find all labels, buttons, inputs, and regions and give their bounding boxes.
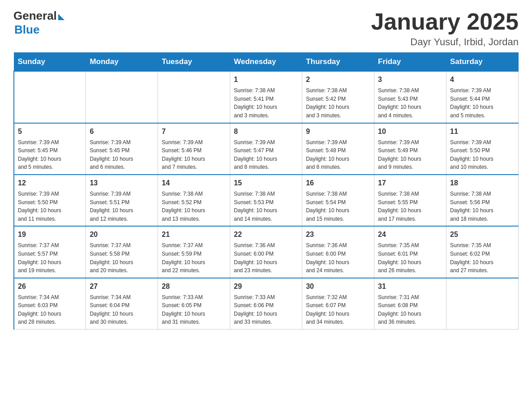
day-info: Sunrise: 7:37 AMSunset: 5:59 PMDaylight:… <box>162 241 226 274</box>
calendar-header-tuesday: Tuesday <box>158 53 230 72</box>
day-info: Sunrise: 7:39 AMSunset: 5:49 PMDaylight:… <box>378 138 442 171</box>
day-info: Sunrise: 7:35 AMSunset: 6:01 PMDaylight:… <box>378 241 442 274</box>
day-info: Sunrise: 7:35 AMSunset: 6:02 PMDaylight:… <box>450 241 515 274</box>
calendar-cell <box>14 71 86 123</box>
day-info: Sunrise: 7:33 AMSunset: 6:06 PMDaylight:… <box>234 293 298 326</box>
day-number: 2 <box>306 74 370 85</box>
day-number: 17 <box>378 178 442 188</box>
logo-general-text: General <box>13 9 57 23</box>
day-info: Sunrise: 7:36 AMSunset: 6:00 PMDaylight:… <box>306 241 370 274</box>
day-number: 22 <box>234 229 298 240</box>
calendar-cell: 22Sunrise: 7:36 AMSunset: 6:00 PMDayligh… <box>230 226 302 278</box>
calendar-cell: 12Sunrise: 7:39 AMSunset: 5:50 PMDayligh… <box>14 175 86 226</box>
calendar-cell: 7Sunrise: 7:39 AMSunset: 5:46 PMDaylight… <box>158 123 230 175</box>
day-number: 15 <box>234 178 298 188</box>
day-info: Sunrise: 7:36 AMSunset: 6:00 PMDaylight:… <box>234 241 298 274</box>
day-number: 21 <box>162 229 226 240</box>
calendar-cell: 5Sunrise: 7:39 AMSunset: 5:45 PMDaylight… <box>14 123 86 175</box>
day-number: 5 <box>18 126 82 137</box>
calendar-cell: 25Sunrise: 7:35 AMSunset: 6:02 PMDayligh… <box>446 226 519 278</box>
calendar-cell: 23Sunrise: 7:36 AMSunset: 6:00 PMDayligh… <box>302 226 374 278</box>
calendar-header-monday: Monday <box>86 53 158 72</box>
logo-blue-text: Blue <box>14 23 39 37</box>
day-number: 31 <box>378 281 442 292</box>
day-info: Sunrise: 7:34 AMSunset: 6:03 PMDaylight:… <box>18 293 82 326</box>
calendar-subtitle: Dayr Yusuf, Irbid, Jordan <box>371 36 519 48</box>
day-number: 30 <box>306 281 370 292</box>
day-number: 10 <box>378 126 442 137</box>
day-info: Sunrise: 7:39 AMSunset: 5:50 PMDaylight:… <box>450 138 515 171</box>
day-info: Sunrise: 7:31 AMSunset: 6:08 PMDaylight:… <box>378 293 442 326</box>
calendar-header-sunday: Sunday <box>14 53 86 72</box>
day-info: Sunrise: 7:39 AMSunset: 5:48 PMDaylight:… <box>306 138 370 171</box>
day-info: Sunrise: 7:39 AMSunset: 5:47 PMDaylight:… <box>234 138 298 171</box>
day-number: 23 <box>306 229 370 240</box>
calendar-cell: 20Sunrise: 7:37 AMSunset: 5:58 PMDayligh… <box>86 226 158 278</box>
day-info: Sunrise: 7:33 AMSunset: 6:05 PMDaylight:… <box>162 293 226 326</box>
calendar-cell: 1Sunrise: 7:38 AMSunset: 5:41 PMDaylight… <box>230 71 302 123</box>
page-header: General Blue January 2025 Dayr Yusuf, Ir… <box>13 9 519 48</box>
day-number: 1 <box>234 74 298 85</box>
calendar-cell: 2Sunrise: 7:38 AMSunset: 5:42 PMDaylight… <box>302 71 374 123</box>
calendar-cell: 21Sunrise: 7:37 AMSunset: 5:59 PMDayligh… <box>158 226 230 278</box>
day-info: Sunrise: 7:39 AMSunset: 5:46 PMDaylight:… <box>162 138 226 171</box>
calendar-cell: 14Sunrise: 7:38 AMSunset: 5:52 PMDayligh… <box>158 175 230 226</box>
day-info: Sunrise: 7:37 AMSunset: 5:57 PMDaylight:… <box>18 241 82 274</box>
day-info: Sunrise: 7:38 AMSunset: 5:54 PMDaylight:… <box>306 190 370 223</box>
calendar-week-row: 26Sunrise: 7:34 AMSunset: 6:03 PMDayligh… <box>14 278 519 330</box>
calendar-cell: 27Sunrise: 7:34 AMSunset: 6:04 PMDayligh… <box>86 278 158 330</box>
day-number: 9 <box>306 126 370 137</box>
day-number: 4 <box>450 74 515 85</box>
calendar-cell <box>446 278 519 330</box>
calendar-cell: 13Sunrise: 7:39 AMSunset: 5:51 PMDayligh… <box>86 175 158 226</box>
calendar-week-row: 5Sunrise: 7:39 AMSunset: 5:45 PMDaylight… <box>14 123 519 175</box>
day-info: Sunrise: 7:37 AMSunset: 5:58 PMDaylight:… <box>90 241 154 274</box>
day-info: Sunrise: 7:39 AMSunset: 5:45 PMDaylight:… <box>90 138 154 171</box>
day-number: 18 <box>450 178 515 188</box>
calendar-header-row: SundayMondayTuesdayWednesdayThursdayFrid… <box>14 53 519 72</box>
day-number: 14 <box>162 178 226 188</box>
day-info: Sunrise: 7:39 AMSunset: 5:44 PMDaylight:… <box>450 86 515 120</box>
day-number: 26 <box>18 281 82 292</box>
calendar-cell: 8Sunrise: 7:39 AMSunset: 5:47 PMDaylight… <box>230 123 302 175</box>
day-number: 6 <box>90 126 154 137</box>
calendar-cell: 28Sunrise: 7:33 AMSunset: 6:05 PMDayligh… <box>158 278 230 330</box>
day-number: 20 <box>90 229 154 240</box>
day-info: Sunrise: 7:38 AMSunset: 5:43 PMDaylight:… <box>378 86 442 120</box>
day-number: 16 <box>306 178 370 188</box>
day-number: 11 <box>450 126 515 137</box>
calendar-cell: 4Sunrise: 7:39 AMSunset: 5:44 PMDaylight… <box>446 71 519 123</box>
calendar-cell: 24Sunrise: 7:35 AMSunset: 6:01 PMDayligh… <box>374 226 446 278</box>
calendar-cell: 26Sunrise: 7:34 AMSunset: 6:03 PMDayligh… <box>14 278 86 330</box>
calendar-cell: 17Sunrise: 7:38 AMSunset: 5:55 PMDayligh… <box>374 175 446 226</box>
logo-triangle-icon <box>58 14 64 20</box>
calendar-header-thursday: Thursday <box>302 53 374 72</box>
day-number: 25 <box>450 229 515 240</box>
calendar-cell: 19Sunrise: 7:37 AMSunset: 5:57 PMDayligh… <box>14 226 86 278</box>
calendar-header-wednesday: Wednesday <box>230 53 302 72</box>
calendar-cell: 6Sunrise: 7:39 AMSunset: 5:45 PMDaylight… <box>86 123 158 175</box>
logo: General Blue <box>13 9 64 37</box>
calendar-cell: 10Sunrise: 7:39 AMSunset: 5:49 PMDayligh… <box>374 123 446 175</box>
day-info: Sunrise: 7:38 AMSunset: 5:52 PMDaylight:… <box>162 190 226 223</box>
day-info: Sunrise: 7:34 AMSunset: 6:04 PMDaylight:… <box>90 293 154 326</box>
calendar-header-saturday: Saturday <box>446 53 519 72</box>
calendar-cell: 31Sunrise: 7:31 AMSunset: 6:08 PMDayligh… <box>374 278 446 330</box>
calendar-cell: 16Sunrise: 7:38 AMSunset: 5:54 PMDayligh… <box>302 175 374 226</box>
day-info: Sunrise: 7:39 AMSunset: 5:51 PMDaylight:… <box>90 190 154 223</box>
calendar-table: SundayMondayTuesdayWednesdayThursdayFrid… <box>13 52 519 330</box>
calendar-header-friday: Friday <box>374 53 446 72</box>
calendar-cell: 29Sunrise: 7:33 AMSunset: 6:06 PMDayligh… <box>230 278 302 330</box>
calendar-cell: 9Sunrise: 7:39 AMSunset: 5:48 PMDaylight… <box>302 123 374 175</box>
day-info: Sunrise: 7:32 AMSunset: 6:07 PMDaylight:… <box>306 293 370 326</box>
day-number: 27 <box>90 281 154 292</box>
day-info: Sunrise: 7:39 AMSunset: 5:50 PMDaylight:… <box>18 190 82 223</box>
day-info: Sunrise: 7:38 AMSunset: 5:53 PMDaylight:… <box>234 190 298 223</box>
calendar-cell <box>158 71 230 123</box>
calendar-cell: 15Sunrise: 7:38 AMSunset: 5:53 PMDayligh… <box>230 175 302 226</box>
day-info: Sunrise: 7:38 AMSunset: 5:56 PMDaylight:… <box>450 190 515 223</box>
calendar-cell: 30Sunrise: 7:32 AMSunset: 6:07 PMDayligh… <box>302 278 374 330</box>
day-number: 24 <box>378 229 442 240</box>
day-number: 19 <box>18 229 82 240</box>
calendar-week-row: 1Sunrise: 7:38 AMSunset: 5:41 PMDaylight… <box>14 71 519 123</box>
